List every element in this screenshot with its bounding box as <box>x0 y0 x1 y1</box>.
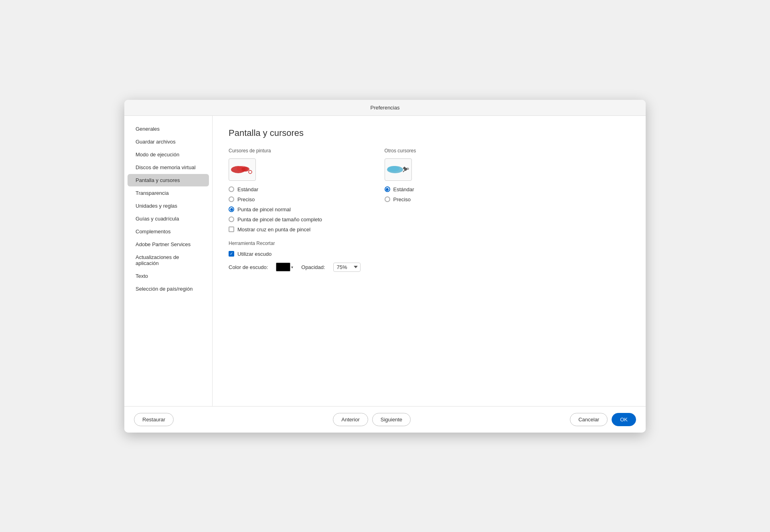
svg-rect-7 <box>403 166 407 171</box>
color-escudo-label: Color de escudo: <box>229 264 268 270</box>
footer-center: Anterior Siguiente <box>333 413 411 426</box>
dialog-title: Preferencias <box>371 105 400 111</box>
radio-circle-estandar-otros <box>385 186 390 192</box>
crop-tool-section: Herramienta Recortar ✓ Utilizar escudo C… <box>229 241 361 272</box>
cursors-columns: Cursores de pintura <box>229 148 630 272</box>
sidebar-item-pais-region[interactable]: Selección de país/región <box>128 283 209 295</box>
radio-estandar-otros[interactable]: Estándar <box>385 186 465 192</box>
svg-point-8 <box>407 168 409 170</box>
color-dropdown-arrow[interactable]: ▾ <box>291 265 293 269</box>
restaurar-button[interactable]: Restaurar <box>134 413 174 426</box>
title-bar: Preferencias <box>124 100 646 116</box>
radio-circle-estandar <box>229 186 234 192</box>
main-content: Pantalla y cursores Cursores de pintura <box>213 116 646 406</box>
color-swatch-wrapper: ▾ <box>276 263 293 271</box>
opacidad-label: Opacidad: <box>301 264 325 270</box>
dialog-body: Generales Guardar archivos Modo de ejecu… <box>124 116 646 406</box>
ok-button[interactable]: OK <box>612 413 636 426</box>
radio-preciso-otros[interactable]: Preciso <box>385 196 465 202</box>
radio-circle-punta-completo <box>229 216 234 222</box>
footer-left: Restaurar <box>134 413 174 426</box>
sidebar-item-discos-memoria[interactable]: Discos de memoria virtual <box>128 161 209 174</box>
paint-cursors-label: Cursores de pintura <box>229 148 361 154</box>
color-row: Color de escudo: ▾ Opacidad: 25% 50% <box>229 263 361 272</box>
radio-circle-preciso <box>229 196 234 202</box>
sidebar-item-pantalla-cursores[interactable]: Pantalla y cursores <box>128 174 209 186</box>
paint-cursor-options: Estándar Preciso Punta de pincel normal <box>229 186 361 233</box>
check-mark: ✓ <box>230 252 233 256</box>
sidebar-item-adobe-partner[interactable]: Adobe Partner Services <box>128 238 209 251</box>
dialog-footer: Restaurar Anterior Siguiente Cancelar OK <box>124 406 646 433</box>
sidebar-item-modo-ejecucion[interactable]: Modo de ejecución <box>128 148 209 161</box>
checkbox-box-escudo: ✓ <box>229 251 234 257</box>
paint-cursors-column: Cursores de pintura <box>229 148 361 272</box>
sidebar-item-actualizaciones[interactable]: Actualizaciones de aplicación <box>128 251 209 269</box>
eyedropper-stroke-svg <box>386 161 410 178</box>
color-swatch[interactable] <box>276 263 290 271</box>
checkbox-cruz[interactable]: Mostrar cruz en punta de pincel <box>229 227 361 233</box>
paint-cursor-preview <box>229 158 256 181</box>
other-cursors-column: Otros cursores <box>385 148 465 272</box>
radio-punta-normal[interactable]: Punta de pincel normal <box>229 206 361 212</box>
sidebar-item-unidades-reglas[interactable]: Unidades y reglas <box>128 200 209 212</box>
other-cursors-label: Otros cursores <box>385 148 465 154</box>
svg-point-2 <box>241 167 249 172</box>
brush-stroke-svg <box>230 161 254 178</box>
sidebar-item-transparencia[interactable]: Transparencia <box>128 187 209 199</box>
radio-preciso[interactable]: Preciso <box>229 196 361 202</box>
sidebar-item-texto[interactable]: Texto <box>128 270 209 282</box>
cancelar-button[interactable]: Cancelar <box>570 413 608 426</box>
other-cursor-preview <box>385 158 412 181</box>
shield-row: ✓ Utilizar escudo <box>229 251 361 257</box>
crop-tool-label: Herramienta Recortar <box>229 241 361 246</box>
preferences-dialog: Preferencias Generales Guardar archivos … <box>124 100 646 433</box>
sidebar: Generales Guardar archivos Modo de ejecu… <box>124 116 213 406</box>
radio-circle-preciso-otros <box>385 196 390 202</box>
siguiente-button[interactable]: Siguiente <box>372 413 411 426</box>
opacity-wrapper: 25% 50% 75% 100% <box>333 263 361 272</box>
page-title: Pantalla y cursores <box>229 128 630 138</box>
radio-estandar[interactable]: Estándar <box>229 186 361 192</box>
other-cursor-options: Estándar Preciso <box>385 186 465 202</box>
radio-punta-completo[interactable]: Punta de pincel de tamaño completo <box>229 216 361 223</box>
sidebar-item-guardar-archivos[interactable]: Guardar archivos <box>128 136 209 148</box>
opacity-select[interactable]: 25% 50% 75% 100% <box>333 263 361 272</box>
sidebar-item-complementos[interactable]: Complementos <box>128 225 209 238</box>
sidebar-item-guias-cuadricula[interactable]: Guías y cuadrícula <box>128 212 209 225</box>
svg-point-3 <box>249 170 252 174</box>
sidebar-item-generales[interactable]: Generales <box>128 123 209 135</box>
footer-right: Cancelar OK <box>570 413 636 426</box>
svg-point-5 <box>387 166 399 172</box>
checkbox-escudo[interactable]: ✓ Utilizar escudo <box>229 251 272 257</box>
checkbox-box-cruz <box>229 227 234 232</box>
radio-circle-punta-normal <box>229 206 234 212</box>
anterior-button[interactable]: Anterior <box>333 413 368 426</box>
